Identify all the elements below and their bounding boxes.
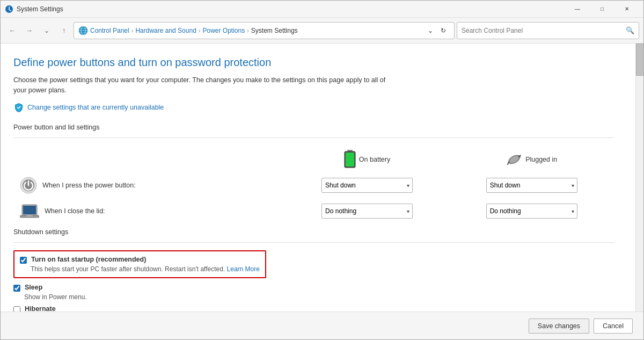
- table-header-row: On battery: [13, 147, 614, 172]
- fast-startup-label-text: Turn on fast startup (recommended): [31, 256, 146, 263]
- search-input[interactable]: [462, 27, 623, 34]
- search-icon[interactable]: 🔍: [626, 26, 634, 34]
- globe-icon: [78, 26, 88, 35]
- power-button-label: When I press the power button:: [20, 177, 279, 194]
- laptop-icon: [20, 202, 39, 220]
- shield-icon: [13, 102, 24, 113]
- system-settings-window: System Settings — □ ✕ ← → ⌄ ↑ Control Pa…: [0, 0, 644, 340]
- sleep-item: Sleep Show in Power menu.: [13, 284, 614, 301]
- content-area: Define power buttons and turn on passwor…: [1, 44, 643, 312]
- table-row: When I close the lid: Do nothing Sleep H…: [13, 198, 614, 224]
- window-title: System Settings: [17, 5, 565, 13]
- plug-icon: [506, 154, 522, 165]
- shutdown-section-title: Shutdown settings: [13, 228, 614, 236]
- refresh-button[interactable]: ↻: [437, 23, 450, 38]
- cancel-button[interactable]: Cancel: [594, 319, 633, 334]
- shutdown-section: Shutdown settings Turn on fast startup (…: [13, 228, 614, 312]
- lid-plugged-select-wrapper[interactable]: Do nothing Sleep Hibernate Shut down Tur…: [486, 204, 577, 219]
- power-button-section-title: Power button and lid settings: [13, 124, 614, 131]
- breadcrumb-power-options[interactable]: Power Options: [202, 27, 245, 34]
- table-row: When I press the power button: Do nothin…: [13, 172, 614, 198]
- fast-startup-sublabel: This helps start your PC faster after sh…: [31, 265, 260, 273]
- sleep-sublabel: Show in Power menu.: [24, 293, 614, 301]
- back-button[interactable]: ←: [5, 23, 20, 38]
- power-button-section: Power button and lid settings: [13, 124, 614, 224]
- forward-button[interactable]: →: [22, 23, 37, 38]
- hibernate-item: Hibernate Show in Power menu.: [13, 305, 614, 312]
- scrollbar[interactable]: [635, 44, 643, 312]
- close-button[interactable]: ✕: [614, 1, 639, 18]
- lid-plugged-select[interactable]: Do nothing Sleep Hibernate Shut down Tur…: [486, 204, 577, 219]
- bottom-bar: Save changes Cancel: [1, 312, 643, 339]
- svg-rect-8: [346, 153, 354, 167]
- power-settings-table: On battery: [13, 147, 614, 224]
- change-settings-row: Change settings that are currently unava…: [13, 102, 614, 113]
- lid-setting-text: When I close the lid:: [45, 207, 105, 215]
- svg-rect-16: [26, 215, 33, 216]
- fast-startup-label[interactable]: Turn on fast startup (recommended): [31, 256, 146, 263]
- svg-rect-14: [23, 206, 36, 214]
- recent-button[interactable]: ⌄: [39, 23, 54, 38]
- fast-startup-row: Turn on fast startup (recommended): [20, 256, 260, 264]
- lid-battery-select-wrapper[interactable]: Do nothing Sleep Hibernate Shut down Tur…: [321, 204, 413, 219]
- hibernate-label[interactable]: Hibernate: [25, 305, 56, 312]
- up-button[interactable]: ↑: [56, 23, 71, 38]
- breadcrumb-control-panel[interactable]: Control Panel: [90, 27, 129, 34]
- learn-more-link[interactable]: Learn More: [227, 265, 260, 273]
- plugged-in-header: Plugged in: [449, 147, 614, 172]
- power-plugged-select-wrapper[interactable]: Do nothing Sleep Hibernate Shut down Tur…: [486, 178, 577, 193]
- breadcrumb-current: System Settings: [251, 27, 298, 34]
- breadcrumbs: Control Panel › Hardware and Sound › Pow…: [90, 27, 424, 34]
- address-dropdown-button[interactable]: ⌄: [424, 23, 437, 38]
- on-battery-label: On battery: [359, 156, 390, 163]
- change-settings-link[interactable]: Change settings that are currently unava…: [27, 104, 164, 111]
- lid-battery-select[interactable]: Do nothing Sleep Hibernate Shut down Tur…: [321, 204, 413, 219]
- save-changes-button[interactable]: Save changes: [529, 319, 589, 334]
- plugged-in-label: Plugged in: [525, 156, 557, 163]
- page-title: Define power buttons and turn on passwor…: [13, 56, 614, 69]
- main-panel: Define power buttons and turn on passwor…: [1, 44, 635, 312]
- battery-icon: [344, 150, 356, 169]
- lid-setting-label: When I close the lid:: [20, 202, 279, 220]
- window-icon: [5, 5, 13, 13]
- address-box[interactable]: Control Panel › Hardware and Sound › Pow…: [74, 22, 455, 39]
- titlebar: System Settings — □ ✕: [1, 1, 643, 18]
- on-battery-header: On battery: [285, 147, 450, 172]
- page-description: Choose the power settings that you want …: [13, 75, 389, 96]
- fast-startup-highlighted-box: Turn on fast startup (recommended) This …: [13, 250, 266, 278]
- power-plugged-select[interactable]: Do nothing Sleep Hibernate Shut down Tur…: [486, 178, 577, 193]
- address-bar: ← → ⌄ ↑ Control Panel › Hardware and Sou…: [1, 18, 643, 44]
- maximize-button[interactable]: □: [590, 1, 614, 18]
- fast-startup-checkbox[interactable]: [20, 257, 27, 264]
- power-battery-select-wrapper[interactable]: Do nothing Sleep Hibernate Shut down Tur…: [321, 178, 413, 193]
- minimize-button[interactable]: —: [565, 1, 590, 18]
- window-controls: — □ ✕: [565, 1, 639, 18]
- sleep-checkbox[interactable]: [13, 285, 20, 292]
- breadcrumb-hardware-sound[interactable]: Hardware and Sound: [135, 27, 196, 34]
- scrollbar-thumb[interactable]: [636, 44, 643, 76]
- power-button-setting-label: When I press the power button:: [42, 182, 136, 189]
- power-button-icon: [20, 177, 37, 194]
- power-battery-select[interactable]: Do nothing Sleep Hibernate Shut down Tur…: [321, 178, 413, 193]
- search-box[interactable]: 🔍: [457, 22, 639, 39]
- section-divider-2: [13, 242, 614, 243]
- section-divider-1: [13, 138, 614, 138]
- sleep-label[interactable]: Sleep: [25, 284, 42, 291]
- sleep-row: Sleep: [13, 284, 614, 292]
- hibernate-checkbox[interactable]: [13, 306, 20, 312]
- hibernate-row: Hibernate: [13, 305, 614, 312]
